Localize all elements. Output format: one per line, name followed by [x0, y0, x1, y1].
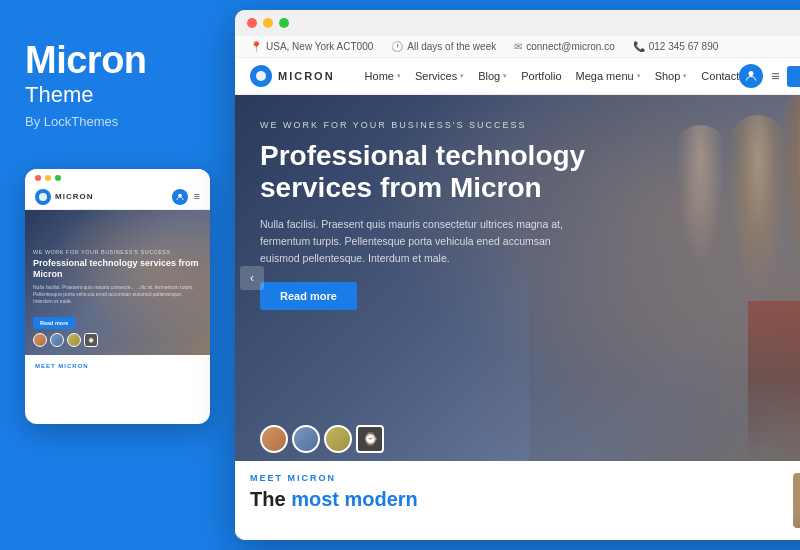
hero-title: Professional technology services from Mi… — [260, 140, 640, 204]
mobile-dot-green — [55, 175, 61, 181]
nav-blog[interactable]: Blog▾ — [478, 70, 507, 82]
mobile-dot-yellow — [45, 175, 51, 181]
meet-micron-label: MEET MICRON — [250, 473, 778, 483]
mobile-nav-bar: MICRON ≡ — [25, 185, 210, 210]
mobile-hero-tagline: WE WORK FOR YOUR BUSINESS'S SUCCESS — [33, 249, 202, 255]
title-highlight: most modern — [291, 488, 418, 510]
mobile-titlebar — [25, 169, 210, 185]
mobile-nav-icons: ≡ — [172, 189, 200, 205]
mobile-read-more-button[interactable]: Read more — [33, 317, 75, 329]
nav-home[interactable]: Home▾ — [365, 70, 401, 82]
svg-point-0 — [39, 193, 47, 201]
slider-arrow-left[interactable]: ‹ — [240, 266, 264, 290]
info-address: 📍 USA, New York ACT000 — [250, 41, 373, 52]
mobile-logo: MICRON — [35, 189, 93, 205]
nav-actions: ≡ Appointment — [739, 64, 800, 88]
mobile-user-icon — [172, 189, 188, 205]
nav-portfolio[interactable]: Portfolio — [521, 70, 561, 82]
mobile-avatar-3 — [67, 333, 81, 347]
below-hero: MEET MICRON The most modern — [235, 461, 800, 540]
brand-by: By LockThemes — [25, 114, 118, 129]
browser-titlebar — [235, 10, 800, 36]
meet-micron-col: MEET MICRON The most modern — [250, 473, 778, 511]
browser-dot-yellow — [263, 18, 273, 28]
mobile-hero-content: WE WORK FOR YOUR BUSINESS'S SUCCESS Prof… — [25, 241, 210, 355]
appointment-button[interactable]: Appointment — [787, 66, 800, 87]
mobile-dot-red — [35, 175, 41, 181]
info-hours: 🕐 All days of the week — [391, 41, 496, 52]
mobile-avatar-2 — [50, 333, 64, 347]
mobile-meet-label: MEET MICRON — [35, 363, 200, 369]
mobile-device-icon: ⌚ — [84, 333, 98, 347]
mobile-logo-circle — [35, 189, 51, 205]
hero-avatar-3 — [324, 425, 352, 453]
info-phone: 📞 012 345 67 890 — [633, 41, 719, 52]
nav-shop[interactable]: Shop▾ — [655, 70, 688, 82]
mobile-brand-text: MICRON — [55, 192, 93, 201]
left-panel: Micron Theme By LockThemes MICRON ≡ — [0, 0, 235, 550]
meet-micron-title: The most modern — [250, 487, 778, 511]
nav-user-button[interactable] — [739, 64, 763, 88]
brand-subtitle: Theme — [25, 82, 93, 108]
title-start: The — [250, 488, 291, 510]
browser-dot-red — [247, 18, 257, 28]
right-panel: 📍 USA, New York ACT000 🕐 All days of the… — [235, 0, 800, 550]
photo-people — [793, 473, 800, 528]
mobile-hero-body: Nulla facilisi. Praesent quis mauris con… — [33, 284, 202, 305]
phone-icon: 📞 — [633, 41, 645, 52]
hero-device-icon: ⌚ — [356, 425, 384, 453]
meet-micron-image — [793, 473, 800, 528]
mobile-avatar-1 — [33, 333, 47, 347]
browser-dot-green — [279, 18, 289, 28]
hero-avatar-2 — [292, 425, 320, 453]
svg-point-2 — [256, 71, 266, 81]
email-icon: ✉ — [514, 41, 522, 52]
mobile-footer: MEET MICRON — [25, 355, 210, 379]
mobile-mockup: MICRON ≡ WE WORK FOR YOUR BUSINESS'S SUC… — [25, 169, 210, 424]
hero-read-more-button[interactable]: Read more — [260, 282, 357, 310]
brand-title: Micron — [25, 40, 147, 82]
hero-avatar-group: ⌚ — [260, 425, 384, 453]
mobile-hero-title: Professional technology services from Mi… — [33, 258, 202, 280]
main-nav: MICRON Home▾ Services▾ Blog▾ Portfolio M… — [235, 58, 800, 95]
nav-services[interactable]: Services▾ — [415, 70, 464, 82]
hero-section: ‹ › WE WORK FOR YOUR BUSINESS'S SUCCESS … — [235, 95, 800, 461]
mobile-menu-icon: ≡ — [194, 191, 200, 202]
hero-body: Nulla facilisi. Praesent quis mauris con… — [260, 216, 580, 266]
browser-window: 📍 USA, New York ACT000 🕐 All days of the… — [235, 10, 800, 540]
nav-contact[interactable]: Contact — [701, 70, 739, 82]
clock-icon: 🕐 — [391, 41, 403, 52]
location-icon: 📍 — [250, 41, 262, 52]
hero-bottom: ⌚ — [235, 417, 800, 461]
hamburger-icon[interactable]: ≡ — [771, 68, 779, 84]
hero-tagline: WE WORK FOR YOUR BUSINESS'S SUCCESS — [260, 120, 800, 130]
nav-logo-circle — [250, 65, 272, 87]
hero-avatar-1 — [260, 425, 288, 453]
svg-point-3 — [749, 71, 754, 76]
nav-logo: MICRON — [250, 65, 335, 87]
mobile-avatars: ⌚ — [33, 333, 202, 347]
nav-mega-menu[interactable]: Mega menu▾ — [576, 70, 641, 82]
nav-logo-text: MICRON — [278, 70, 335, 82]
mobile-hero: WE WORK FOR YOUR BUSINESS'S SUCCESS Prof… — [25, 210, 210, 355]
info-email: ✉ connect@micron.co — [514, 41, 615, 52]
hero-content: WE WORK FOR YOUR BUSINESS'S SUCCESS Prof… — [235, 95, 800, 417]
info-bar: 📍 USA, New York ACT000 🕐 All days of the… — [235, 36, 800, 58]
nav-links: Home▾ Services▾ Blog▾ Portfolio Mega men… — [365, 70, 740, 82]
